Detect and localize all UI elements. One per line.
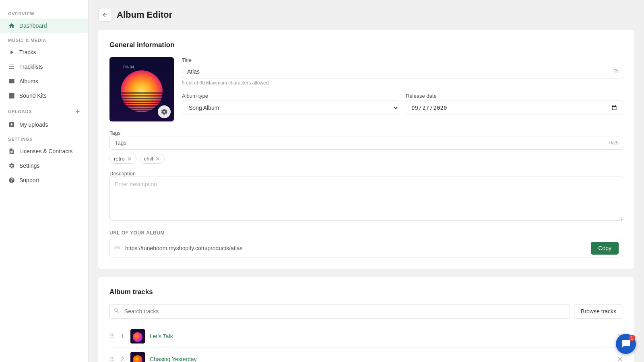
album-type-group: Album type Song Album EP Single Mixtape: [182, 93, 399, 115]
svg-rect-1: [9, 93, 14, 98]
track-item: ⠿ 2. Chasin: [109, 348, 623, 362]
svg-rect-6: [121, 95, 163, 97]
sidebar-item-licenses[interactable]: Licenses & Contracts: [0, 144, 88, 158]
general-info-title: General information: [109, 41, 623, 49]
description-section: Description: [109, 170, 623, 222]
svg-rect-8: [121, 101, 163, 102]
tag-remove-retro[interactable]: ✕: [127, 156, 132, 162]
tag-chip-chill: chill ✕: [140, 154, 165, 164]
sidebar-item-soundkits[interactable]: Sound Kits: [0, 88, 88, 103]
browse-tracks-button[interactable]: Browse tracks: [574, 304, 623, 319]
tag-remove-chill[interactable]: ✕: [155, 156, 160, 162]
svg-point-15: [133, 332, 142, 342]
tags-label: Tags: [109, 130, 120, 136]
back-button[interactable]: [98, 8, 112, 22]
albums-icon: [8, 78, 15, 85]
tracks-icon: [8, 49, 15, 56]
chat-button[interactable]: 1: [616, 334, 636, 354]
title-label: Title: [182, 57, 623, 63]
sidebar: OVERVIEW Dashboard MUSIC & MEDIA Tracks …: [0, 0, 89, 362]
tracks-search-row: Browse tracks: [109, 304, 623, 319]
tag-chip-retro: retro ✕: [109, 154, 136, 164]
description-textarea[interactable]: [109, 177, 623, 221]
release-date-group: Release date: [406, 93, 623, 115]
track-thumb-1: [130, 329, 145, 343]
soundkits-icon: [8, 92, 15, 99]
url-section: URL OF YOUR ALBUM Copy: [109, 230, 623, 257]
sidebar-overview-label: OVERVIEW: [0, 6, 88, 19]
svg-rect-11: [121, 108, 163, 109]
tags-count: 0/25: [609, 140, 619, 146]
sidebar-music-label: MUSIC & MEDIA: [0, 33, 88, 45]
sidebar-item-support[interactable]: Support: [0, 173, 88, 187]
album-cover-edit-icon: [158, 105, 171, 118]
home-icon: [8, 22, 15, 29]
tags-input[interactable]: [110, 136, 623, 149]
album-type-label: Album type: [182, 93, 399, 99]
track-num-2: 2.: [119, 356, 126, 362]
licenses-icon: [8, 148, 15, 155]
support-icon: [8, 177, 15, 184]
link-icon: [114, 245, 120, 252]
sidebar-item-dashboard[interactable]: Dashboard: [0, 19, 88, 33]
title-input-wrap: [182, 65, 623, 78]
general-info-row: FM-04 Title 5 out of 60 Maximum cha: [109, 57, 623, 121]
main-content: Album Editor General information: [89, 0, 644, 362]
tracklists-icon: [8, 63, 15, 70]
release-date-input[interactable]: [406, 101, 623, 115]
album-type-select[interactable]: Song Album EP Single Mixtape: [182, 101, 399, 115]
tracks-search-wrap: [109, 304, 570, 319]
svg-rect-5: [121, 92, 163, 94]
svg-text:FM-04: FM-04: [123, 65, 134, 69]
sidebar-item-albums[interactable]: Albums: [0, 74, 88, 88]
svg-rect-12: [121, 110, 163, 111]
page-header: Album Editor: [98, 8, 634, 22]
album-cover[interactable]: FM-04: [109, 57, 174, 121]
general-info-card: General information: [98, 30, 634, 269]
sidebar-settings-label: SETTINGS: [0, 132, 88, 144]
sidebar-item-tracklists[interactable]: Tracklists: [0, 60, 88, 74]
track-item: ⠿ 1. Let's: [109, 325, 623, 348]
svg-rect-10: [121, 105, 163, 107]
track-remove-2[interactable]: ✕: [617, 355, 623, 362]
tags-list: retro ✕ chill ✕: [109, 154, 623, 164]
tags-section: Tags 0/25 retro ✕ chill ✕: [109, 130, 623, 164]
track-thumb-2: [130, 352, 145, 362]
svg-rect-0: [9, 79, 14, 84]
track-num-1: 1.: [119, 333, 126, 339]
general-fields: Title 5 out of 60 Maximum characters all…: [182, 57, 623, 121]
sidebar-uploads-section: UPLOADS +: [0, 103, 88, 117]
title-field-group: Title 5 out of 60 Maximum characters all…: [182, 57, 623, 86]
sidebar-item-tracks[interactable]: Tracks: [0, 45, 88, 60]
svg-rect-9: [121, 103, 163, 104]
copy-button[interactable]: Copy: [591, 242, 619, 255]
sidebar-item-myuploads[interactable]: My uploads: [0, 117, 88, 132]
url-input-row: Copy: [109, 239, 623, 257]
title-input[interactable]: [182, 65, 623, 78]
upload-icon: [8, 121, 15, 128]
svg-rect-7: [121, 98, 163, 99]
sidebar-item-settings[interactable]: Settings: [0, 158, 88, 173]
type-date-row: Album type Song Album EP Single Mixtape …: [182, 93, 623, 117]
album-tracks-card: Album tracks Browse tracks ⠿ 1.: [98, 277, 634, 362]
page-title: Album Editor: [117, 10, 172, 20]
chat-badge: 1: [629, 335, 635, 341]
add-upload-button[interactable]: +: [76, 108, 80, 115]
description-label: Description: [109, 171, 136, 177]
title-hint: 5 out of 60 Maximum characters allowed: [182, 80, 623, 86]
track-name-2[interactable]: Chasing Yesterday: [150, 356, 612, 362]
tracks-search-input[interactable]: [109, 304, 570, 319]
drag-handle-2[interactable]: ⠿: [109, 356, 114, 362]
url-section-label: URL OF YOUR ALBUM: [109, 230, 623, 236]
tags-input-wrap: 0/25: [109, 136, 623, 150]
text-icon: [613, 68, 619, 76]
settings-icon: [8, 162, 15, 169]
release-date-label: Release date: [406, 93, 623, 99]
drag-handle-1[interactable]: ⠿: [109, 333, 114, 340]
album-tracks-title: Album tracks: [109, 288, 623, 296]
url-input[interactable]: [125, 245, 588, 251]
search-icon: [114, 308, 120, 315]
track-name-1[interactable]: Let's Talk: [150, 333, 612, 339]
track-list: ⠿ 1. Let's: [109, 325, 623, 362]
